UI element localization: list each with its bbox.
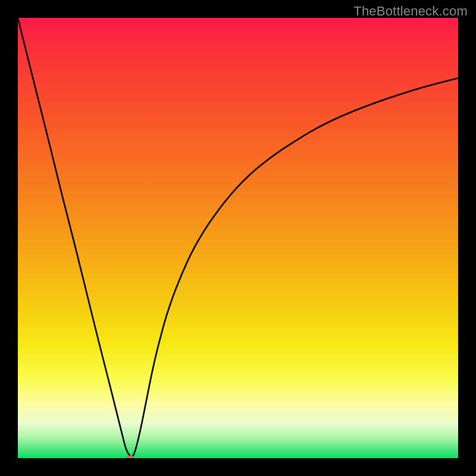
bottleneck-curve-svg [18,18,458,458]
watermark-label: TheBottleneck.com [353,4,468,19]
curve-path [18,18,458,456]
chart-frame: TheBottleneck.com [0,0,476,476]
plot-area [18,18,458,458]
